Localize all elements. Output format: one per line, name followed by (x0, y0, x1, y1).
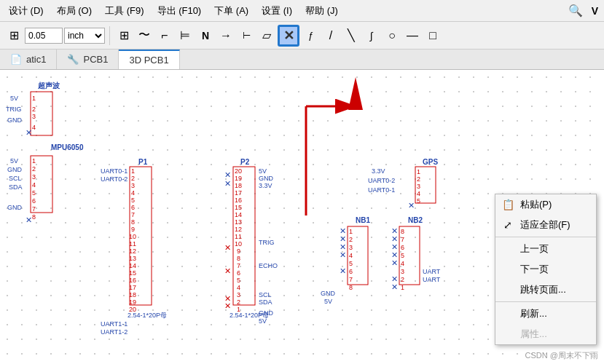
svg-text:5V: 5V (259, 167, 267, 175)
svg-text:5: 5 (32, 189, 36, 197)
tab-3dpcb1[interactable]: 3D PCB1 (119, 50, 179, 69)
tb-n-btn[interactable]: N (196, 26, 215, 45)
svg-text:14: 14 (235, 211, 242, 218)
svg-text:✕: ✕ (224, 301, 231, 310)
svg-text:17: 17 (129, 284, 136, 291)
svg-text:TRIG: TRIG (6, 106, 22, 113)
tb-dash-btn[interactable]: — (403, 26, 422, 45)
grid-group: ⊞ inch mm mil (4, 26, 110, 45)
tb-arrow-btn[interactable]: → (216, 26, 235, 45)
svg-text:15: 15 (235, 204, 242, 211)
tb-curve-btn[interactable]: ∫ (362, 26, 381, 45)
ctx-prev[interactable]: 上一页 (495, 239, 596, 259)
grid-btn[interactable]: ⊞ (4, 26, 23, 45)
svg-text:5: 5 (131, 197, 135, 204)
tb-split-btn[interactable]: ⊢ (237, 26, 256, 45)
svg-text:UART0-1: UART0-1 (368, 186, 395, 194)
menu-order[interactable]: 下单 (A) (208, 3, 254, 19)
menu-design[interactable]: 设计 (D) (3, 3, 50, 19)
svg-text:7: 7 (32, 205, 36, 213)
tb-circle-btn[interactable]: ○ (383, 26, 401, 45)
menu-settings[interactable]: 设置 (I) (256, 3, 298, 19)
tb-angle-btn[interactable]: ⌐ (155, 26, 174, 45)
svg-text:1: 1 (349, 228, 353, 235)
svg-text:3.3V: 3.3V (259, 182, 272, 189)
svg-text:GND: GND (259, 175, 274, 182)
svg-text:11: 11 (129, 240, 136, 248)
svg-text:5: 5 (417, 197, 420, 205)
svg-text:UART: UART (423, 268, 441, 275)
svg-text:20: 20 (235, 167, 242, 175)
svg-text:3: 3 (401, 268, 404, 275)
svg-text:UART0-1: UART0-1 (101, 167, 128, 175)
tb-pin-btn[interactable]: ƒ (301, 26, 320, 45)
ctx-paste[interactable]: 📋 粘贴(P) (495, 194, 596, 215)
tb-wave-btn[interactable]: 〜 (135, 26, 154, 45)
svg-text:✕: ✕ (26, 215, 32, 224)
tb-net-btn[interactable]: ⊨ (176, 26, 195, 45)
paste-icon: 📋 (501, 199, 514, 210)
search-area: 🔍 V (565, 2, 601, 19)
menu-tools[interactable]: 工具 (F9) (99, 3, 149, 19)
search-icon[interactable]: 🔍 (565, 2, 586, 19)
unit-select[interactable]: inch mm mil (64, 28, 105, 44)
canvas-area[interactable]: 超声波 5V TRIG GND 1 2 3 4 ✕ MPU6050 5V GND… (0, 70, 604, 364)
svg-text:4: 4 (237, 284, 240, 291)
tb-line1-btn[interactable]: / (321, 26, 340, 45)
svg-text:NB2: NB2 (408, 216, 423, 224)
toolbar: ⊞ inch mm mil ⊞ 〜 ⌐ ⊨ N → ⊢ ▱ ✕ ƒ / ╲ ∫ … (0, 22, 604, 50)
ctx-goto[interactable]: 跳转页面... (495, 280, 596, 300)
svg-text:10: 10 (129, 233, 136, 240)
tab-pcb1[interactable]: 🔧 PCB1 (57, 50, 119, 69)
svg-text:8: 8 (401, 228, 404, 235)
svg-text:2: 2 (401, 276, 404, 283)
ctx-next[interactable]: 下一页 (495, 259, 596, 280)
svg-text:6: 6 (131, 204, 135, 211)
context-menu: 📋 粘贴(P) ⤢ 适应全部(F) 上一页 下一页 跳转页面... 刷新... … (495, 194, 597, 345)
svg-text:✕: ✕ (408, 201, 415, 210)
svg-text:8: 8 (131, 218, 135, 226)
svg-text:UART: UART (423, 276, 441, 283)
tab-atic1[interactable]: 📄 atic1 (0, 50, 57, 69)
svg-text:19: 19 (129, 298, 136, 306)
tb-line2-btn[interactable]: ╲ (342, 26, 361, 45)
svg-text:4: 4 (131, 189, 135, 197)
svg-text:15: 15 (129, 269, 136, 277)
menubar: 设计 (D) 布局 (O) 工具 (F9) 导出 (F10) 下单 (A) 设置… (0, 0, 604, 22)
svg-text:5: 5 (401, 252, 404, 259)
svg-text:ECHO: ECHO (259, 262, 278, 269)
tb-x-btn[interactable]: ✕ (278, 25, 299, 47)
svg-text:P1: P1 (138, 158, 148, 166)
svg-text:UART1-1: UART1-1 (101, 320, 128, 328)
ctx-divider-2 (495, 301, 596, 302)
tb-rect-btn[interactable]: □ (423, 26, 442, 45)
tb-grid-btn[interactable]: ⊞ (114, 26, 133, 45)
svg-text:8: 8 (32, 213, 36, 221)
svg-text:✕: ✕ (26, 128, 32, 137)
ctx-refresh[interactable]: 刷新... (495, 304, 596, 324)
svg-text:4: 4 (417, 190, 420, 197)
svg-text:18: 18 (235, 182, 242, 189)
svg-text:5V: 5V (10, 95, 18, 102)
tb-poly-btn[interactable]: ▱ (257, 26, 276, 45)
menu-export[interactable]: 导出 (F10) (152, 3, 208, 19)
svg-text:6: 6 (32, 197, 36, 205)
svg-text:✕: ✕ (224, 266, 231, 275)
svg-text:2.54-1*20P母: 2.54-1*20P母 (128, 312, 167, 319)
svg-text:GPS: GPS (423, 158, 438, 166)
ctx-props[interactable]: 属性... (495, 324, 596, 344)
tab-3dpcb1-label: 3D PCB1 (129, 55, 168, 66)
window-icon[interactable]: V (589, 4, 601, 18)
grid-value-input[interactable] (25, 28, 63, 44)
svg-text:1: 1 (32, 157, 36, 165)
svg-text:8: 8 (349, 284, 353, 291)
menu-help[interactable]: 帮助 (J) (299, 3, 344, 19)
tab-atic1-label: atic1 (26, 54, 46, 65)
menu-layout[interactable]: 布局 (O) (51, 3, 98, 19)
svg-text:13: 13 (129, 255, 136, 262)
svg-text:7: 7 (237, 262, 240, 269)
ctx-fit[interactable]: ⤢ 适应全部(F) (495, 215, 596, 235)
ctx-props-label: 属性... (520, 328, 547, 341)
svg-text:6: 6 (237, 269, 240, 277)
svg-text:4: 4 (349, 252, 353, 259)
